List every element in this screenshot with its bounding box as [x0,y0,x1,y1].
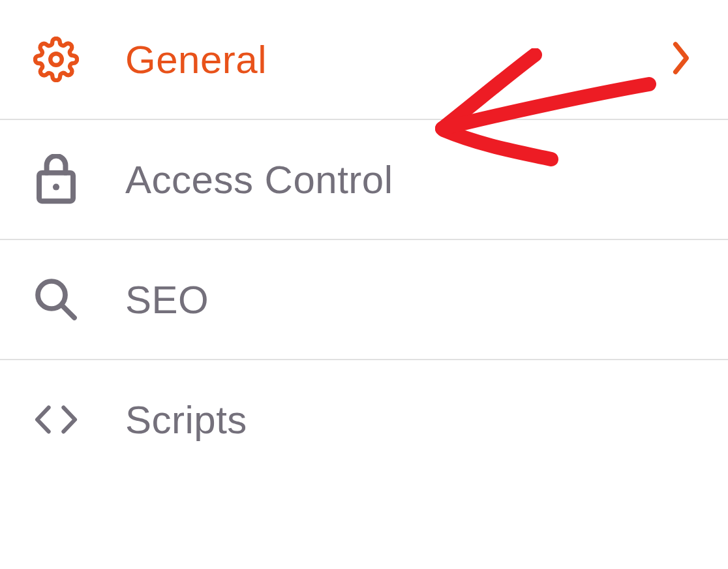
menu-item-seo[interactable]: SEO [0,240,728,360]
svg-line-4 [61,305,74,318]
chevron-right-icon [670,40,692,78]
menu-item-general[interactable]: General [0,0,728,120]
menu-item-access-control[interactable]: Access Control [0,120,728,240]
gear-icon [33,36,80,83]
menu-item-label: Access Control [125,157,393,202]
search-icon [33,276,80,323]
menu-item-label: General [125,37,267,82]
menu-item-label: Scripts [125,397,247,442]
lock-icon [33,156,80,203]
menu-item-label: SEO [125,277,209,322]
code-icon [33,396,80,443]
svg-point-2 [53,184,59,191]
svg-point-0 [50,54,62,65]
settings-menu: General Access Control [0,0,728,479]
menu-item-scripts[interactable]: Scripts [0,360,728,479]
